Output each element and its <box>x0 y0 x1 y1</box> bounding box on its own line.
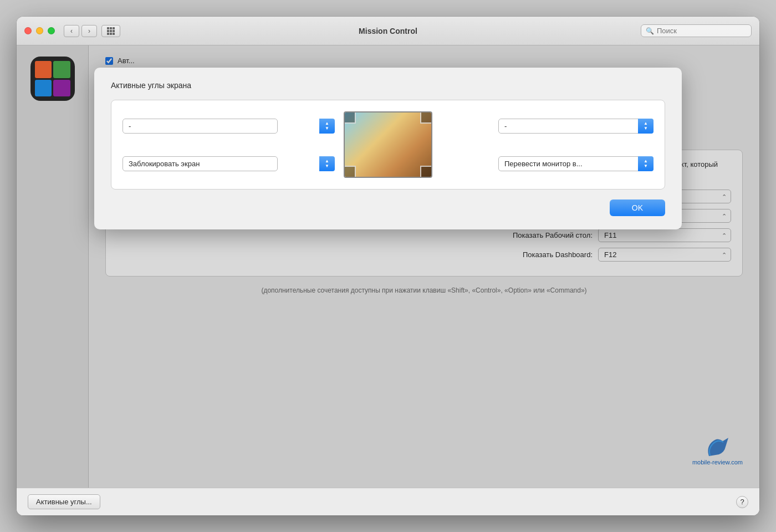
modal-actions: OK <box>111 200 665 216</box>
bottom-bar: Активные углы... ? <box>17 488 759 515</box>
corner-top-left-wrap: - Mission Control Показать Рабочий стол … <box>122 119 335 134</box>
corner-top-right-select[interactable]: - Mission Control Показать Рабочий стол … <box>498 119 654 134</box>
corner-top-left-select[interactable]: - Mission Control Показать Рабочий стол … <box>122 119 278 134</box>
search-icon: 🔍 <box>646 27 654 35</box>
modal-title: Активные углы экрана <box>111 81 665 90</box>
corner-bottom-left-arrow-icon: ▲ ▼ <box>319 156 335 171</box>
monitor-preview <box>344 111 432 178</box>
grid-view-button[interactable] <box>101 25 120 37</box>
monitor-corner-bl <box>345 166 356 177</box>
forward-button[interactable]: › <box>81 25 97 37</box>
close-button[interactable] <box>24 27 32 34</box>
corner-bottom-right-wrap: - Mission Control Показать Рабочий стол … <box>441 156 654 171</box>
modal-inner-box: - Mission Control Показать Рабочий стол … <box>111 100 665 190</box>
corner-bottom-right-select[interactable]: - Mission Control Показать Рабочий стол … <box>498 156 654 171</box>
corner-top-left-arrow-icon: ▲ ▼ <box>319 119 335 134</box>
minimize-button[interactable] <box>36 27 43 34</box>
monitor-corner-tr <box>420 112 431 124</box>
monitor-image <box>345 112 431 177</box>
titlebar: ‹ › Mission Control 🔍 <box>17 17 759 45</box>
corner-top-right-wrap: - Mission Control Показать Рабочий стол … <box>441 119 654 134</box>
monitor-corner-tl <box>345 112 356 124</box>
corners-grid: - Mission Control Показать Рабочий стол … <box>122 111 654 178</box>
corner-bottom-left-select[interactable]: - Mission Control Показать Рабочий стол … <box>122 156 278 171</box>
search-input[interactable] <box>657 27 746 35</box>
nav-buttons: ‹ › <box>64 25 97 37</box>
traffic-lights <box>24 27 55 34</box>
monitor-corner-br <box>420 166 431 177</box>
ok-button[interactable]: OK <box>610 200 665 216</box>
active-corners-button[interactable]: Активные углы... <box>28 494 100 509</box>
active-corners-modal: Активные углы экрана - Mission Control П… <box>94 68 682 229</box>
modal-overlay: Активные углы экрана - Mission Control П… <box>17 45 759 488</box>
corner-bottom-left-wrap: - Mission Control Показать Рабочий стол … <box>122 156 335 171</box>
window-title: Mission Control <box>359 27 417 35</box>
grid-icon <box>107 27 115 35</box>
help-button[interactable]: ? <box>736 496 748 508</box>
content-area: Авт... При... Сгр... Мон... Dashboard: <box>17 45 759 488</box>
maximize-button[interactable] <box>48 27 55 34</box>
back-button[interactable]: ‹ <box>64 25 79 37</box>
main-window: ‹ › Mission Control 🔍 <box>17 17 759 515</box>
search-box[interactable]: 🔍 <box>641 24 752 37</box>
